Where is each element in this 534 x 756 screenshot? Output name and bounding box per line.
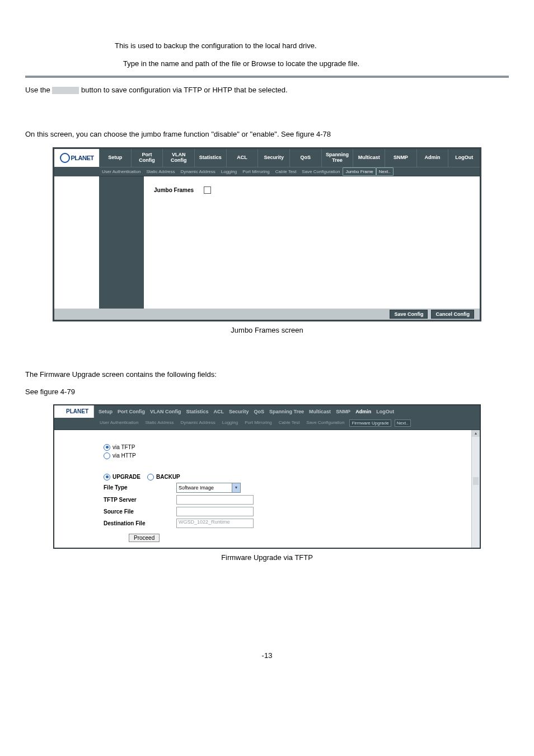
jumbo-body: Jumbo Frames — [144, 176, 480, 309]
fw-menu-multicast[interactable]: Multicast — [309, 409, 331, 414]
menu-security[interactable]: Security — [257, 149, 289, 167]
menu-setup[interactable]: Setup — [99, 149, 131, 167]
menu-qos[interactable]: QoS — [289, 149, 321, 167]
fw-sub-firmware[interactable]: Firmware Upgrade — [349, 419, 391, 427]
sub-next[interactable]: Next.. — [376, 167, 394, 176]
fw-intro-2: See figure 4-79 — [25, 386, 509, 398]
backup-description: This is used to backup the configuration… — [115, 40, 509, 52]
radio-tftp-label: via TFTP — [113, 444, 135, 450]
chevron-down-icon: ▾ — [232, 483, 240, 492]
menu-snmp[interactable]: SNMP — [385, 149, 416, 167]
use-the-text: Use the — [25, 86, 52, 94]
logo-text-2: PLANET — [66, 408, 88, 414]
submenu: User Authentication Static Address Dynam… — [99, 167, 480, 176]
fw-sub-user-auth[interactable]: User Authentication — [98, 419, 140, 427]
fw-sub-dynamic[interactable]: Dynamic Address — [179, 419, 217, 427]
sidebar-blank — [54, 176, 99, 309]
destination-file-label: Destination File — [104, 520, 176, 526]
sub-port-mirroring[interactable]: Port Mirroring — [240, 167, 272, 176]
menu-logout[interactable]: LogOut — [448, 149, 480, 167]
fw-menu-port[interactable]: Port Config — [118, 409, 145, 414]
radio-via-http[interactable] — [104, 452, 110, 459]
destination-file-input[interactable]: WGSD_1022_Runtime — [176, 519, 254, 528]
planet-logo-2: PLANET — [54, 405, 94, 418]
firmware-upgrade-screenshot: PLANET Setup Port Config VLAN Config Sta… — [53, 404, 481, 549]
fw-submenu: User Authentication Static Address Dynam… — [54, 418, 480, 430]
tftp-server-input[interactable] — [176, 495, 254, 505]
fw-menu-snmp[interactable]: SNMP — [336, 409, 350, 414]
fw-top-menu: Setup Port Config VLAN Config Statistics… — [94, 405, 480, 418]
sub-save-config[interactable]: Save Configuration — [299, 167, 343, 176]
fw-sub-logging[interactable]: Logging — [221, 419, 240, 427]
file-type-select[interactable]: Software Image ▾ — [176, 483, 241, 493]
fw-menu-vlan[interactable]: VLAN Config — [150, 409, 181, 414]
fw-caption: Firmware Upgrade via TFTP — [25, 553, 509, 562]
radio-dot-icon-2 — [106, 475, 109, 478]
cancel-config-button[interactable]: Cancel Config — [431, 310, 474, 319]
source-file-label: Source File — [104, 508, 176, 515]
browse-description: Type in the name and path of the file or… — [123, 58, 509, 69]
logo-text: PLANET — [71, 155, 94, 161]
jumbo-caption: Jumbo Frames screen — [25, 326, 509, 334]
menu-spanning-tree[interactable]: Spanning Tree — [321, 149, 353, 167]
sub-jumbo-frame[interactable]: Jumbo Frame — [343, 167, 376, 176]
page-number: -13 — [25, 651, 509, 660]
save-config-button[interactable]: Save Config — [390, 310, 428, 319]
tftp-server-label: TFTP Server — [104, 497, 176, 503]
fw-sub-save-config[interactable]: Save Configuration — [305, 419, 346, 427]
fw-menu-setup[interactable]: Setup — [99, 409, 113, 414]
menu-multicast[interactable]: Multicast — [353, 149, 385, 167]
menu-port-config[interactable]: Port Config — [131, 149, 163, 167]
fw-menu-qos[interactable]: QoS — [254, 409, 265, 414]
blank-button-icon — [52, 87, 79, 94]
fw-menu-stp[interactable]: Spanning Tree — [269, 409, 304, 414]
file-type-label: File Type — [104, 484, 176, 491]
menu-acl[interactable]: ACL — [226, 149, 258, 167]
fw-intro-1: The Firmware Upgrade screen contains the… — [25, 369, 509, 380]
fw-sub-cable-test[interactable]: Cable Test — [277, 419, 302, 427]
radio-upgrade[interactable] — [104, 474, 110, 480]
fw-main: via TFTP via HTTP UPGRADE BACKUP File Ty… — [93, 430, 471, 548]
jumbo-frames-label: Jumbo Frames — [154, 187, 194, 193]
sub-cable-test[interactable]: Cable Test — [273, 167, 299, 176]
menu-vlan-config[interactable]: VLAN Config — [162, 149, 194, 167]
radio-http-label: via HTTP — [113, 452, 136, 459]
fw-sub-static[interactable]: Static Address — [143, 419, 175, 427]
scroll-up-icon[interactable]: ▴ — [472, 430, 480, 437]
sub-user-auth[interactable]: User Authentication — [99, 167, 143, 176]
jumbo-frames-screenshot: PLANET Setup Port Config VLAN Config Sta… — [53, 147, 481, 321]
source-file-input[interactable] — [176, 507, 254, 516]
top-menu: Setup Port Config VLAN Config Statistics… — [99, 149, 480, 167]
fw-menu-logout[interactable]: LogOut — [376, 409, 394, 414]
footer-bar: Save Config Cancel Config — [54, 309, 480, 320]
logo-orb-icon — [60, 153, 70, 163]
scrollbar[interactable]: ▴ — [471, 430, 480, 548]
after-btn-text: button to save configuration via TFTP or… — [81, 86, 288, 94]
fw-sidebar-blank — [54, 430, 93, 548]
divider — [25, 76, 509, 78]
fw-sub-next[interactable]: Next.. — [395, 419, 411, 427]
radio-dot-icon — [106, 446, 109, 449]
use-button-line: Use the button to save configuration via… — [25, 85, 509, 96]
jumbo-intro: On this screen, you can choose the jumbo… — [25, 129, 509, 140]
jumbo-frames-checkbox[interactable] — [204, 186, 211, 194]
sub-dynamic-addr[interactable]: Dynamic Address — [178, 167, 218, 176]
radio-via-tftp[interactable] — [104, 444, 110, 451]
fw-menu-admin[interactable]: Admin — [355, 409, 371, 414]
menu-admin[interactable]: Admin — [416, 149, 448, 167]
radio-backup[interactable] — [147, 474, 154, 480]
sub-static-addr[interactable]: Static Address — [143, 167, 177, 176]
sub-logging[interactable]: Logging — [218, 167, 240, 176]
logo-orb-icon-2 — [59, 408, 65, 414]
proceed-button[interactable]: Proceed — [129, 534, 160, 542]
scrollbar-thumb[interactable] — [473, 477, 479, 485]
fw-menu-security[interactable]: Security — [229, 409, 249, 414]
fw-sub-port-mirror[interactable]: Port Mirroring — [243, 419, 273, 427]
upgrade-label: UPGRADE — [113, 474, 140, 480]
menu-statistics[interactable]: Statistics — [194, 149, 226, 167]
fw-menu-acl[interactable]: ACL — [214, 409, 224, 414]
planet-logo: PLANET — [54, 149, 99, 167]
file-type-value: Software Image — [179, 485, 214, 491]
backup-label: BACKUP — [156, 474, 180, 480]
fw-menu-stats[interactable]: Statistics — [186, 409, 209, 414]
